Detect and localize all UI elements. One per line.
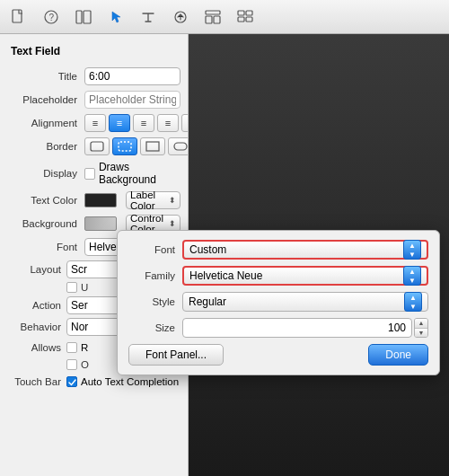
title-input[interactable]	[84, 67, 180, 85]
popup-font-label: Font	[128, 244, 175, 255]
draws-background-checkbox[interactable]	[84, 168, 95, 180]
u-checkbox[interactable]	[66, 282, 77, 293]
popup-font-select[interactable]: Custom ▲ ▼	[182, 240, 428, 260]
allows-label: Allows	[7, 342, 61, 353]
border-rounded-button[interactable]	[168, 137, 189, 155]
auto-text-label: Auto Text Completion	[81, 376, 179, 387]
o-label: O	[81, 359, 89, 370]
border-label: Border	[7, 141, 77, 152]
svg-rect-8	[214, 16, 220, 23]
more-icon[interactable]	[235, 7, 255, 27]
arrow-icon[interactable]	[171, 7, 190, 27]
popup-family-select[interactable]: Helvetica Neue ▲ ▼	[182, 266, 428, 286]
popup-size-input[interactable]	[182, 318, 412, 338]
svg-rect-16	[174, 143, 187, 150]
alignment-row: Alignment ≡ ≡ ≡ ≡ —	[0, 111, 188, 135]
text-color-swatch[interactable]	[84, 193, 117, 207]
popup-size-stepper[interactable]: ▲ ▼	[414, 318, 428, 338]
svg-rect-9	[238, 11, 244, 15]
behavior-label: Behavior	[7, 322, 61, 332]
help-icon[interactable]: ?	[41, 7, 61, 27]
text-color-chevron: ⬍	[169, 196, 176, 205]
align-right-button[interactable]: ≡	[133, 114, 154, 132]
inspector-icon[interactable]	[74, 7, 93, 27]
popup-size-row: Size ▲ ▼	[128, 318, 428, 338]
align-natural-button[interactable]: —	[181, 114, 189, 132]
svg-rect-6	[206, 11, 220, 14]
popup-size-label: Size	[128, 322, 175, 333]
pointer-icon[interactable]	[106, 7, 126, 27]
background-color-swatch[interactable]	[84, 216, 117, 231]
layout-label: Layout	[7, 264, 61, 275]
svg-rect-15	[146, 142, 159, 151]
popup-style-arrow[interactable]: ▲ ▼	[404, 292, 422, 312]
title-row: Title	[0, 65, 188, 88]
font-label: Font	[7, 242, 77, 252]
alignment-label: Alignment	[7, 118, 77, 128]
done-button[interactable]: Done	[368, 344, 428, 366]
align-left-button[interactable]: ≡	[84, 114, 106, 132]
allows-r-label: R	[81, 342, 88, 353]
allows-checkbox[interactable]	[66, 342, 77, 353]
toolbar: ?	[0, 0, 449, 34]
svg-rect-0	[13, 10, 22, 22]
border-dotted-button[interactable]	[112, 137, 137, 155]
svg-rect-14	[119, 142, 131, 151]
file-icon[interactable]	[9, 7, 29, 27]
touch-bar-label: Touch Bar	[7, 376, 61, 387]
text-color-select[interactable]: Label Color ⬍	[126, 191, 180, 209]
text-color-row: Text Color Label Color ⬍	[0, 189, 188, 212]
display-row: Display Draws Background	[0, 158, 188, 189]
popup-family-arrow[interactable]: ▲ ▼	[403, 266, 421, 286]
title-label: Title	[7, 71, 77, 82]
placeholder-label: Placeholder	[7, 94, 77, 105]
border-row: Border	[0, 135, 188, 158]
font-panel-button[interactable]: Font Panel...	[128, 344, 224, 366]
u-label: U	[81, 282, 88, 293]
popup-font-row: Font Custom ▲ ▼	[128, 240, 428, 260]
svg-rect-3	[76, 11, 82, 23]
layout-icon[interactable]	[203, 7, 223, 27]
text-color-label: Text Color	[7, 195, 77, 206]
action-label: Action	[7, 300, 61, 311]
svg-rect-13	[91, 142, 103, 151]
main-area: Text Field Title Placeholder Alignment ≡…	[0, 34, 449, 476]
background-label: Background	[7, 218, 77, 229]
background-chevron: ⬍	[169, 219, 176, 228]
popup-font-arrow[interactable]: ▲ ▼	[403, 240, 421, 260]
text-icon[interactable]	[138, 7, 158, 27]
o-checkbox[interactable]	[66, 359, 77, 370]
border-line-button[interactable]	[140, 137, 165, 155]
svg-rect-7	[206, 16, 212, 23]
draws-background-label: Draws Background	[99, 161, 180, 186]
placeholder-input[interactable]	[84, 91, 180, 109]
popup-family-row: Family Helvetica Neue ▲ ▼	[128, 266, 428, 286]
section-title: Text Field	[0, 41, 188, 65]
svg-rect-4	[84, 11, 91, 23]
popup-style-select[interactable]: Regular ▲ ▼	[182, 292, 428, 312]
svg-text:?: ?	[49, 13, 55, 22]
align-center-button[interactable]: ≡	[109, 114, 130, 132]
svg-rect-10	[246, 11, 252, 15]
display-label: Display	[7, 168, 77, 179]
touch-bar-checkbox[interactable]	[66, 376, 77, 387]
popup-size-up[interactable]: ▲	[415, 319, 427, 329]
popup-style-label: Style	[128, 296, 175, 307]
popup-size-down[interactable]: ▼	[415, 329, 427, 338]
svg-rect-11	[238, 17, 244, 22]
placeholder-row: Placeholder	[0, 88, 188, 111]
svg-rect-12	[246, 17, 252, 22]
popup-buttons: Font Panel... Done	[128, 344, 428, 366]
border-none-button[interactable]	[84, 137, 110, 155]
font-popup: Font Custom ▲ ▼ Family Helvetica Neue ▲ …	[117, 230, 440, 375]
align-justify-button[interactable]: ≡	[157, 114, 179, 132]
popup-family-label: Family	[128, 270, 175, 281]
popup-style-row: Style Regular ▲ ▼	[128, 292, 428, 312]
